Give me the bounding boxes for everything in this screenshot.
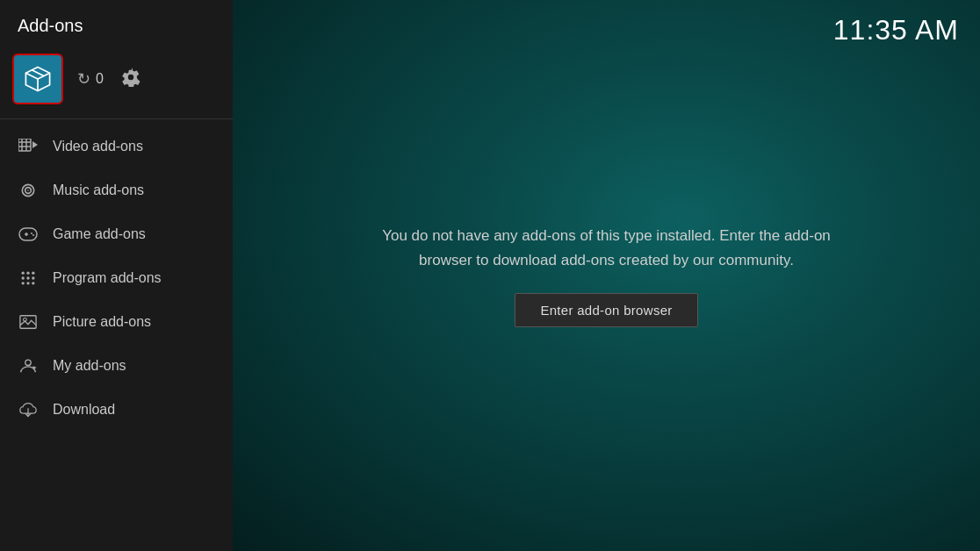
sidebar-item-my-addons[interactable]: My add-ons: [0, 344, 233, 388]
svg-point-19: [22, 276, 25, 279]
svg-line-1: [25, 73, 38, 79]
sidebar-item-label: Video add-ons: [53, 139, 143, 154]
sidebar-item-label: Program add-ons: [53, 270, 162, 286]
sidebar-item-download[interactable]: Download: [0, 388, 233, 432]
svg-point-22: [22, 282, 25, 284]
sidebar-item-label: Music add-ons: [53, 182, 144, 198]
svg-point-21: [32, 276, 34, 279]
main-content: 11:35 AM You do not have any add-ons of …: [233, 0, 980, 551]
game-icon: [18, 224, 39, 245]
svg-point-18: [32, 272, 34, 275]
empty-message: You do not have any add-ons of this type…: [378, 224, 835, 271]
sidebar-divider: [0, 118, 233, 119]
svg-line-4: [32, 70, 44, 76]
svg-rect-5: [18, 139, 31, 151]
video-icon: [18, 136, 39, 157]
sidebar-navigation: Video add-ons Music add-ons: [0, 125, 233, 551]
svg-point-14: [31, 233, 32, 234]
svg-point-27: [25, 360, 31, 365]
svg-marker-10: [32, 141, 38, 148]
sidebar-item-music-addons[interactable]: Music add-ons: [0, 168, 233, 212]
svg-point-24: [32, 282, 34, 284]
sidebar-item-game-addons[interactable]: Game add-ons: [0, 212, 233, 256]
refresh-count: 0: [96, 71, 104, 87]
clock: 11:35 AM: [833, 14, 959, 47]
refresh-icon: ↻: [77, 69, 90, 89]
svg-point-20: [26, 276, 29, 279]
download-icon: [18, 399, 39, 420]
settings-button[interactable]: [121, 68, 141, 91]
svg-point-17: [26, 272, 29, 275]
my-addons-icon: [18, 355, 39, 376]
picture-icon: [18, 311, 39, 333]
addon-store-button[interactable]: [12, 54, 63, 104]
sidebar-item-picture-addons[interactable]: Picture add-ons: [0, 300, 233, 344]
svg-point-15: [32, 234, 34, 236]
program-icon: [18, 268, 39, 289]
enter-addon-browser-button[interactable]: Enter add-on browser: [515, 293, 697, 327]
sidebar-item-program-addons[interactable]: Program add-ons: [0, 256, 233, 300]
sidebar-item-video-addons[interactable]: Video add-ons: [0, 125, 233, 168]
sidebar-item-label: My add-ons: [53, 358, 126, 374]
sidebar: Add-ons ↻ 0: [0, 0, 233, 551]
svg-point-23: [26, 282, 29, 284]
refresh-button[interactable]: ↻ 0: [77, 69, 104, 89]
empty-state: You do not have any add-ons of this type…: [233, 0, 980, 551]
sidebar-item-label: Game add-ons: [53, 226, 146, 242]
app-title: Add-ons: [0, 0, 233, 47]
svg-point-16: [22, 272, 25, 275]
music-icon: [18, 180, 39, 201]
sidebar-top-bar: ↻ 0: [0, 47, 233, 118]
sidebar-item-label: Picture add-ons: [53, 314, 151, 330]
sidebar-item-label: Download: [53, 402, 115, 418]
